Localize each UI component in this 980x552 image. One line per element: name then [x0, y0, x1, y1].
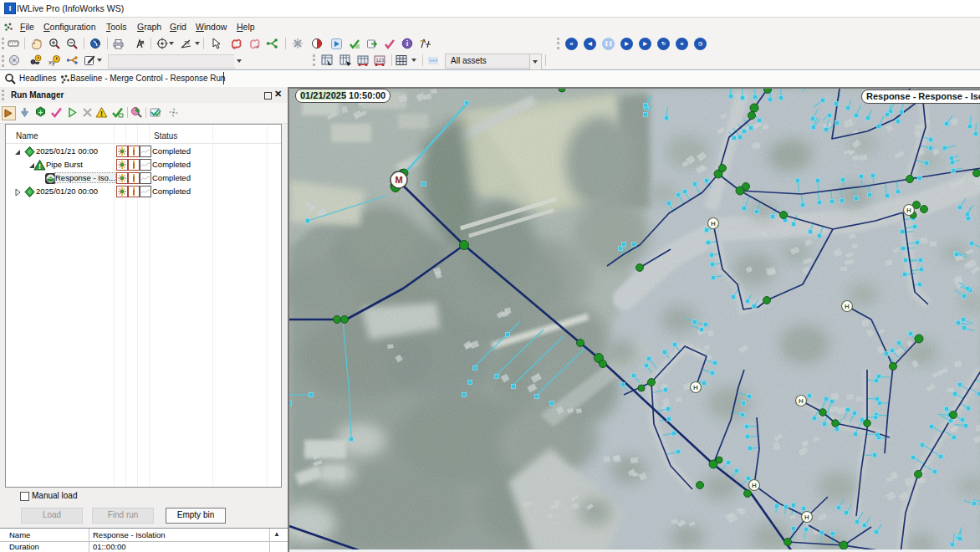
- svg-text:H: H: [799, 397, 804, 405]
- svg-text:H: H: [845, 303, 850, 310]
- svg-text:H: H: [804, 514, 809, 521]
- svg-text:!: !: [38, 162, 41, 171]
- svg-text:i: i: [406, 39, 409, 48]
- svg-text:H: H: [693, 384, 698, 391]
- svg-text:75: 75: [184, 40, 190, 45]
- svg-text:M: M: [395, 175, 402, 185]
- svg-text:H: H: [711, 220, 716, 227]
- svg-text:!: !: [133, 175, 135, 183]
- svg-text:H: H: [906, 207, 911, 214]
- svg-text:!: !: [133, 148, 135, 156]
- svg-text:!: !: [133, 188, 135, 197]
- svg-text:!: !: [133, 161, 135, 170]
- svg-text:!: !: [100, 110, 103, 118]
- svg-text:H: H: [752, 482, 757, 489]
- svg-text:123: 123: [376, 58, 385, 63]
